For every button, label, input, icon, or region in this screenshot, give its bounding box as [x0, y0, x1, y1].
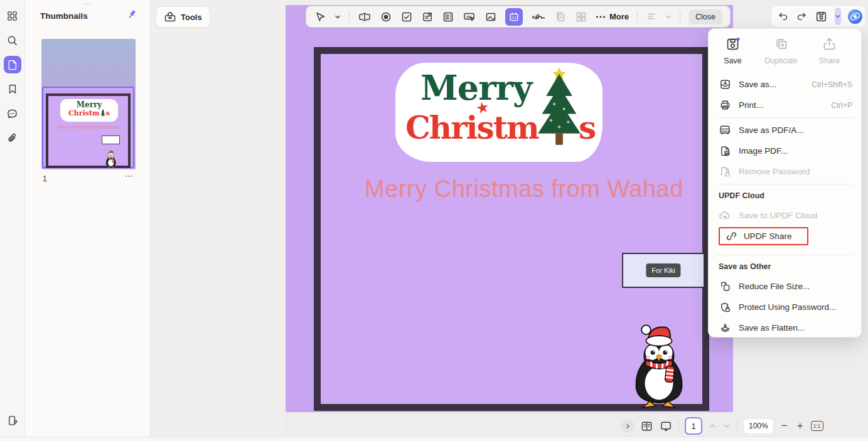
- close-button[interactable]: Close: [689, 9, 722, 24]
- save-action-icon: [725, 36, 741, 52]
- undo-icon[interactable]: [777, 11, 789, 23]
- two-page-view-icon[interactable]: [640, 420, 653, 432]
- mini-sticker: Merry Christm s: [60, 99, 118, 122]
- share-action-disabled: Share: [805, 36, 854, 74]
- updf-share-highlight-box: UPDF Share: [719, 227, 808, 245]
- save-action[interactable]: Save: [709, 36, 757, 74]
- thumbnails-panel: ⋯ Thumbnails Merry Christm s Merry Chris…: [25, 0, 151, 441]
- checkbox-tool-icon[interactable]: [400, 11, 413, 23]
- actual-size-button[interactable]: 1:1: [811, 421, 823, 431]
- bookmarks-icon[interactable]: [4, 80, 21, 98]
- menu-item-print[interactable]: Print... Ctrl+P: [709, 95, 861, 115]
- menu-item-updf-share-highlighted[interactable]: UPDF Share: [709, 226, 861, 247]
- menu-item-save-as-pdfa[interactable]: PDF/A Save as PDF/A...: [709, 120, 861, 141]
- document-canvas[interactable]: Merry ★ Christm s Merry Christmas from W…: [286, 5, 733, 412]
- dropdown-field-tool-icon[interactable]: [421, 11, 434, 23]
- more-button[interactable]: More: [596, 12, 629, 21]
- radio-button-tool-icon[interactable]: [380, 11, 392, 23]
- greeting-text[interactable]: Merry Christmas from Wahad: [326, 176, 722, 203]
- list-box-tool-icon[interactable]: [442, 11, 454, 23]
- thumbnail-page-number: 1: [43, 174, 47, 183]
- thumbnail-page-row: 1 ⋯: [25, 173, 150, 186]
- mini-sticker-line2-right: s: [106, 110, 110, 117]
- cloud-section-header: UPDF Cloud: [709, 186, 861, 205]
- mini-sticker-line1: Merry: [60, 101, 118, 109]
- page-thumbnail[interactable]: Merry Christm s Merry Christmas from Wah…: [41, 39, 136, 169]
- signature-field-tool-icon[interactable]: [531, 11, 546, 23]
- sticker-line2-left: Christm: [405, 109, 538, 146]
- panel-drag-handle[interactable]: ⋯: [25, 0, 150, 8]
- attachments-icon[interactable]: [4, 129, 21, 147]
- expand-chevron-icon[interactable]: [621, 420, 635, 433]
- mini-greeting: Merry Christmas from Wahad: [48, 124, 128, 130]
- menu-item-reduce-file-size[interactable]: Reduce File Size...: [709, 276, 861, 297]
- presentation-mode-icon[interactable]: [659, 420, 673, 432]
- mini-sticker-line2-left: Christm: [68, 110, 100, 117]
- date-field-tool-icon-selected[interactable]: [505, 8, 523, 26]
- image-field-tool-icon[interactable]: [485, 11, 497, 23]
- field-tooltip: For Kiki: [646, 263, 680, 277]
- previous-page-chevron-icon: [708, 422, 717, 430]
- remove-password-icon: [719, 166, 731, 178]
- merry-christmas-sticker[interactable]: Merry ★ Christm s: [395, 63, 603, 162]
- thumbnail-more-icon[interactable]: ⋯: [125, 171, 134, 181]
- left-icon-rail: [0, 0, 25, 441]
- save-dropdown-menu: Save Duplicate Share Save as... Ctrl+Shi…: [708, 28, 862, 337]
- pointer-dropdown-chevron-icon[interactable]: [335, 14, 341, 20]
- viewport-indicator[interactable]: Merry Christm s Merry Christmas from Wah…: [42, 87, 134, 168]
- reduce-size-icon: [719, 280, 731, 292]
- more-button-label: More: [609, 12, 629, 21]
- comments-icon[interactable]: [4, 105, 21, 122]
- flatten-layers-icon: [719, 322, 731, 334]
- redo-icon[interactable]: [796, 11, 808, 23]
- cloud-upload-icon: [719, 210, 731, 221]
- duplicate-icon: [773, 36, 789, 52]
- menu-divider: [716, 117, 854, 118]
- text-field-tool-icon[interactable]: [358, 11, 372, 23]
- statusbar-divider: [737, 421, 737, 431]
- home-grid-icon[interactable]: [4, 7, 21, 24]
- penguin-illustration[interactable]: [628, 322, 689, 409]
- menu-item-remove-password-disabled: Remove Password: [709, 161, 861, 182]
- user-avatar[interactable]: [848, 9, 862, 24]
- next-page-chevron-icon: [722, 422, 731, 430]
- search-icon[interactable]: [4, 31, 21, 49]
- save-dropdown-chevron-icon[interactable]: [835, 8, 841, 25]
- print-icon: [719, 99, 731, 111]
- tools-button-label: Tools: [181, 13, 202, 22]
- mini-form-field: [102, 135, 120, 144]
- duplicate-action-disabled: Duplicate: [757, 36, 805, 74]
- menu-item-save-as[interactable]: Save as... Ctrl+Shift+S: [709, 74, 861, 95]
- link-icon: [725, 230, 737, 242]
- protect-shield-icon: [719, 301, 731, 313]
- menu-item-protect-password[interactable]: Protect Using Password...: [709, 297, 861, 317]
- mini-tree-icon: [100, 109, 105, 117]
- zoom-level[interactable]: 100%: [743, 418, 774, 434]
- tools-button[interactable]: Tools: [156, 6, 210, 28]
- save-icon[interactable]: [815, 10, 828, 23]
- page-number-input[interactable]: 1: [685, 417, 702, 435]
- menu-top-actions: Save Duplicate Share: [709, 36, 861, 74]
- zoom-in-button[interactable]: +: [795, 420, 805, 432]
- copy-fields-icon-disabled: [554, 11, 567, 23]
- ellipsis-icon: [596, 15, 606, 19]
- menu-item-save-to-cloud-disabled: Save to UPDF Cloud: [709, 205, 861, 226]
- menu-divider: [716, 184, 854, 184]
- pin-icon[interactable]: [126, 9, 137, 20]
- align-fields-icon-disabled: [646, 11, 657, 23]
- pdfa-icon: PDF/A: [719, 124, 731, 136]
- statusbar-divider: [678, 421, 679, 431]
- button-field-tool-icon[interactable]: OK: [463, 11, 476, 23]
- zoom-out-button[interactable]: −: [780, 420, 790, 432]
- sticker-line2-right: s: [579, 109, 596, 146]
- mini-penguin: [104, 150, 117, 168]
- mini-card: Merry Christm s Merry Christmas from Wah…: [46, 93, 131, 168]
- bottom-strip: [0, 437, 868, 441]
- other-section-header: Save as Other: [709, 257, 861, 276]
- reader-mode-icon[interactable]: [4, 412, 21, 429]
- menu-item-image-pdf[interactable]: Image PDF...: [709, 141, 861, 161]
- pointer-tool-icon[interactable]: [314, 11, 326, 23]
- menu-item-save-as-flatten[interactable]: Save as Flatten...: [709, 317, 861, 338]
- image-pdf-icon: [719, 145, 731, 157]
- thumbnails-panel-icon[interactable]: [4, 56, 21, 73]
